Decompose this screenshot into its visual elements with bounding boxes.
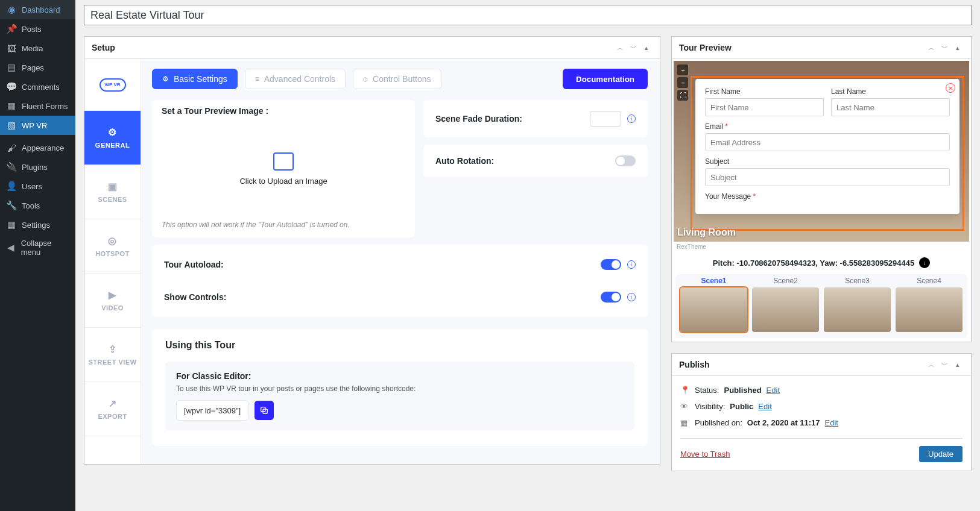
panel-down-icon[interactable]: ﹀ [938,359,950,371]
last-name-input[interactable] [831,98,950,116]
sidebar-item-tools[interactable]: 🔧Tools [0,196,75,215]
auto-rotation-row: Auto Rotation: [423,145,648,177]
menu-icon: ▦ [6,219,17,230]
first-name-input[interactable] [705,98,824,116]
menu-label: Dashboard [22,5,60,14]
sidebar-item-comments[interactable]: 💬Comments [0,77,75,96]
panel-up-icon[interactable]: ︿ [925,42,937,54]
vtab-icon: ▶ [109,289,116,301]
panel-down-icon[interactable]: ﹀ [938,42,950,54]
info-icon[interactable]: i [627,293,636,301]
menu-label: Fluent Forms [22,102,68,111]
vtab-icon: ⇪ [109,343,117,355]
vtab-street-view[interactable]: ⇪STREET VIEW [84,328,141,382]
update-button[interactable]: Update [919,446,963,462]
sidebar-item-pages[interactable]: ▤Pages [0,58,75,77]
upload-image-area[interactable]: Click to Upload an Image [159,121,408,217]
auto-rotation-toggle[interactable] [615,155,636,166]
panel-toggle-icon[interactable]: ▴ [952,42,964,54]
menu-label: Tools [22,201,40,210]
menu-label: Plugins [22,163,48,172]
panel-down-icon[interactable]: ﹀ [627,42,639,54]
brand-label: RexTheme [672,243,971,250]
show-controls-toggle[interactable] [601,292,621,303]
subject-input[interactable] [705,168,950,186]
pin-icon: 📍 [680,386,690,395]
show-controls-label: Show Controls: [164,292,226,302]
download-icon[interactable]: ↓ [919,257,930,268]
tour-autoload-toggle[interactable] [601,259,621,270]
tab-icon: ⦶ [363,75,368,83]
image-icon [273,152,294,171]
preview-viewport[interactable]: ＋ － ⛶ ✕ First Name Last [674,61,969,242]
panel-toggle-icon[interactable]: ▴ [952,359,964,371]
status-value: Published [724,386,761,395]
sidebar-item-media[interactable]: 🖼Media [0,39,75,58]
menu-icon: ▦ [6,101,17,111]
tab-basic-settings[interactable]: ⚙Basic Settings [152,69,238,89]
sidebar-item-wp-vr[interactable]: ▧WP VR [0,116,75,135]
vtab-scenes[interactable]: ▣SCENES [84,165,141,219]
vtab-general[interactable]: ⚙GENERAL [84,111,141,165]
menu-icon: 💬 [6,81,17,92]
panel-up-icon[interactable]: ︿ [925,359,937,371]
vtab-hotspot[interactable]: ◎HOTSPOT [84,219,141,274]
documentation-button[interactable]: Documentation [563,69,648,89]
scene-image [752,287,819,332]
post-title-input[interactable] [84,5,972,25]
preview-image-title: Set a Tour Preview Image : [152,100,415,117]
panel-toggle-icon[interactable]: ▴ [640,42,653,54]
zoom-out-icon[interactable]: － [677,77,688,88]
scene-fade-label: Scene Fade Duration: [435,114,522,124]
panel-up-icon[interactable]: ︿ [614,42,626,54]
menu-label: Settings [22,221,50,230]
sidebar-item-posts[interactable]: 📌Posts [0,19,75,39]
menu-icon: 🔧 [6,200,17,211]
scene-thumb[interactable]: Scene2 [752,277,819,332]
edit-status-link[interactable]: Edit [767,386,780,395]
sidebar-item-appearance[interactable]: 🖌Appearance [0,138,75,157]
email-input[interactable] [705,133,950,151]
calendar-icon: ▦ [680,418,690,427]
sidebar-item-fluent-forms[interactable]: ▦Fluent Forms [0,96,75,116]
vtab-label: EXPORT [98,413,127,420]
scene-fade-row: Scene Fade Duration: i [423,100,648,137]
scene-label: Scene2 [752,277,819,287]
vtab-label: HOTSPOT [95,250,130,257]
tab-advanced-controls[interactable]: ≡Advanced Controls [245,69,346,89]
move-to-trash-link[interactable]: Move to Trash [680,450,730,459]
tour-autoload-row: Tour Autoload: i [152,248,648,281]
scene-thumb[interactable]: Scene3 [824,277,891,332]
tab-label: Control Buttons [373,74,431,84]
publish-panel: Publish ︿ ﹀ ▴ 📍 Status: Published Edit [671,353,972,471]
vtab-export[interactable]: ↗EXPORT [84,382,141,436]
fullscreen-icon[interactable]: ⛶ [677,90,688,101]
scene-thumb[interactable]: Scene1 [680,277,747,332]
menu-icon: ▧ [6,120,17,131]
tab-control-buttons[interactable]: ⦶Control Buttons [353,69,441,89]
shortcode-desc: To use this WP VR tour in your posts or … [176,384,624,393]
menu-label: Comments [22,83,60,92]
zoom-in-icon[interactable]: ＋ [677,64,688,75]
publish-header: Publish [679,360,710,369]
sidebar-item-plugins[interactable]: 🔌Plugins [0,157,75,177]
edit-visibility-link[interactable]: Edit [758,402,771,411]
info-icon[interactable]: i [627,114,636,123]
scene-thumb[interactable]: Scene4 [896,277,963,332]
scene-fade-input[interactable] [590,111,621,127]
vtab-label: SCENES [98,196,127,203]
menu-label: Posts [22,25,42,34]
edit-date-link[interactable]: Edit [824,418,838,427]
info-icon[interactable]: i [627,260,636,269]
sidebar-item-settings[interactable]: ▦Settings [0,215,75,234]
sidebar-item-collapse-menu[interactable]: ◀Collapse menu [0,234,75,261]
admin-sidebar: ◉Dashboard📌Posts🖼Media▤Pages💬Comments▦Fl… [0,0,75,511]
published-on-value: Oct 2, 2020 at 11:17 [747,418,820,427]
menu-icon: 👤 [6,181,17,192]
vtab-video[interactable]: ▶VIDEO [84,274,141,328]
copy-shortcode-button[interactable] [254,401,274,420]
sidebar-item-dashboard[interactable]: ◉Dashboard [0,0,75,19]
menu-icon: ▤ [6,62,17,73]
sidebar-item-users[interactable]: 👤Users [0,177,75,196]
form-close-button[interactable]: ✕ [946,83,955,93]
